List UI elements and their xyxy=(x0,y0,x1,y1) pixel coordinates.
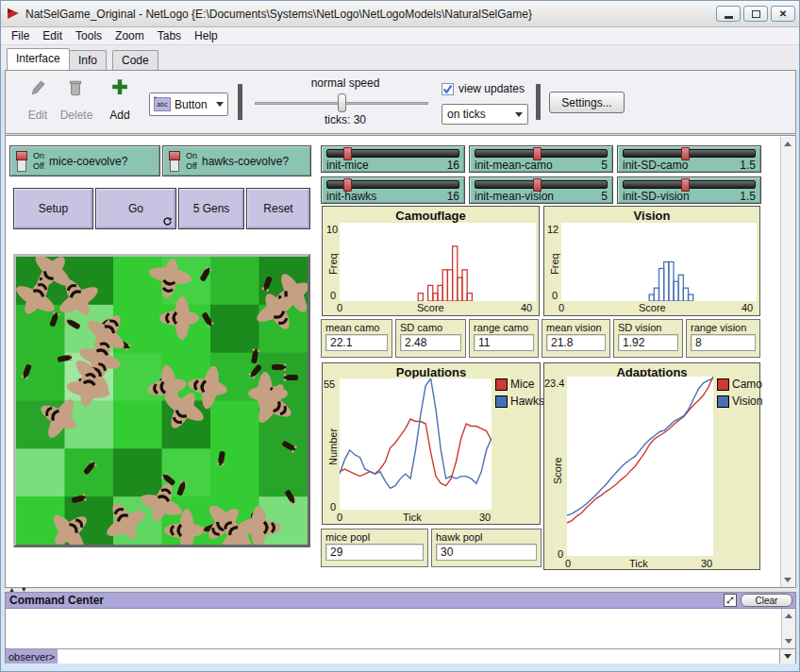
slider-track[interactable] xyxy=(326,149,459,158)
view-updates-checkbox[interactable] xyxy=(442,83,454,95)
y-tick-max: 23.4 xyxy=(544,378,564,389)
scroll-up-icon[interactable] xyxy=(782,609,795,623)
world-view[interactable] xyxy=(13,254,310,547)
x-tick-min: 0 xyxy=(337,512,342,523)
menu-help[interactable]: Help xyxy=(188,28,225,43)
command-input[interactable] xyxy=(58,649,779,664)
slider-track[interactable] xyxy=(326,180,459,189)
settings-button[interactable]: Settings... xyxy=(549,92,625,113)
slider-init-mean-camo[interactable]: init-mean-camo5 xyxy=(469,145,613,173)
view-updates-label: view updates xyxy=(458,82,534,95)
slider-value: 16 xyxy=(447,190,459,203)
slider-init-mice[interactable]: init-mice16 xyxy=(321,145,465,173)
interface-scrollbar[interactable] xyxy=(780,137,794,587)
menu-zoom[interactable]: Zoom xyxy=(108,28,151,43)
slider-label: init-mice xyxy=(326,159,369,172)
slider-track[interactable] xyxy=(475,180,608,189)
go-button[interactable]: Go xyxy=(95,188,176,229)
slider-track[interactable] xyxy=(623,149,756,158)
chevron-down-icon xyxy=(216,102,224,107)
speed-slider-label: normal speed xyxy=(270,76,421,90)
observer-prompt[interactable]: observer> xyxy=(6,649,58,664)
y-tick-min: 0 xyxy=(330,501,336,512)
y-tick-min: 0 xyxy=(552,290,558,301)
netlogo-logo-icon xyxy=(7,8,20,21)
monitor-mean-vision: mean vision21.8 xyxy=(542,319,610,358)
vision-legend-swatch xyxy=(717,395,729,408)
history-dropdown-button[interactable] xyxy=(779,649,795,664)
command-output[interactable] xyxy=(6,609,795,649)
slider-init-SD-camo[interactable]: init-SD-camo1.5 xyxy=(617,145,761,173)
switch-hawks-coevolve[interactable]: OnOff hawks-coevolve? xyxy=(162,145,311,176)
vision-histogram-canvas xyxy=(561,223,757,301)
switch-mice-coevolve[interactable]: OnOff mice-coevolve? xyxy=(9,145,160,176)
slider-label: init-mean-camo xyxy=(475,159,553,172)
title-bar: NatSelGame_Original - NetLogo {E:\Docume… xyxy=(1,1,800,27)
close-button[interactable]: ✕ xyxy=(771,6,795,22)
setup-button[interactable]: Setup xyxy=(13,188,93,229)
menu-tools[interactable]: Tools xyxy=(69,28,108,43)
expand-icon[interactable] xyxy=(724,594,737,607)
monitor-mice-popl: mice popl29 xyxy=(321,529,428,567)
restore-button[interactable] xyxy=(743,6,768,22)
slider-init-mean-vision[interactable]: init-mean-vision5 xyxy=(469,176,613,204)
slider-knob[interactable] xyxy=(343,178,352,192)
widget-type-dropdown[interactable]: abc Button xyxy=(149,92,228,116)
five-gens-button[interactable]: 5 Gens xyxy=(178,188,244,229)
adaptations-plot: Adaptations 23.4 0 Score 0 Tick 30 Camo … xyxy=(543,362,760,570)
edit-pencil-icon[interactable] xyxy=(28,79,45,98)
y-tick-min: 0 xyxy=(330,290,336,301)
y-axis-label: Number xyxy=(327,428,339,465)
window-title: NatSelGame_Original - NetLogo {E:\Docume… xyxy=(25,8,716,21)
scroll-down-icon[interactable] xyxy=(782,634,795,648)
edit-tool-label[interactable]: Edit xyxy=(19,109,57,122)
slider-knob[interactable] xyxy=(533,147,542,160)
toggle-handle[interactable] xyxy=(15,150,29,173)
command-center-header: Command Center Clear xyxy=(6,593,795,609)
y-tick-min: 0 xyxy=(558,548,563,560)
tab-code[interactable]: Code xyxy=(112,50,158,70)
plot-legend: Camo Vision xyxy=(717,378,762,408)
clear-button[interactable]: Clear xyxy=(741,594,792,607)
update-mode-dropdown[interactable]: on ticks xyxy=(442,104,528,125)
populations-line-canvas xyxy=(340,378,492,510)
tab-info[interactable]: Info xyxy=(69,50,107,70)
slider-value: 5 xyxy=(601,190,608,203)
add-tool-label[interactable]: Add xyxy=(104,109,136,122)
slider-knob[interactable] xyxy=(343,147,352,160)
slider-knob[interactable] xyxy=(681,147,690,160)
chevron-down-icon xyxy=(515,112,523,117)
menu-file[interactable]: File xyxy=(5,28,36,43)
speed-slider-thumb[interactable] xyxy=(338,93,346,112)
slider-track[interactable] xyxy=(475,149,608,158)
x-tick-max: 30 xyxy=(701,558,712,569)
widget-type-value: Button xyxy=(175,98,212,111)
vision-plot: Vision 12 0 Freq 0 Score 40 xyxy=(543,206,760,316)
scroll-up-icon[interactable] xyxy=(781,137,794,151)
monitor-mean-camo: mean camo22.1 xyxy=(321,319,392,358)
tab-interface[interactable]: Interface xyxy=(7,48,70,70)
slider-init-hawks[interactable]: init-hawks16 xyxy=(321,176,465,204)
netlogo-window: NatSelGame_Original - NetLogo {E:\Docume… xyxy=(0,0,800,672)
scroll-down-icon[interactable] xyxy=(781,573,794,587)
checkmark-icon xyxy=(442,84,453,94)
delete-tool-label[interactable]: Delete xyxy=(55,109,98,122)
command-center-title: Command Center xyxy=(9,594,104,607)
reset-button[interactable]: Reset xyxy=(246,188,310,229)
slider-knob[interactable] xyxy=(681,178,690,192)
minimize-button[interactable] xyxy=(716,6,741,22)
menu-edit[interactable]: Edit xyxy=(36,28,69,43)
menu-tabs[interactable]: Tabs xyxy=(151,28,188,43)
menu-bar: File Edit Tools Zoom Tabs Help xyxy=(1,27,800,45)
toggle-handle[interactable] xyxy=(168,150,182,173)
x-tick-max: 40 xyxy=(521,302,532,313)
slider-init-SD-vision[interactable]: init-SD-vision1.5 xyxy=(617,176,761,204)
slider-knob[interactable] xyxy=(533,178,542,192)
add-plus-icon[interactable] xyxy=(111,78,128,95)
chevron-down-icon xyxy=(784,654,792,659)
delete-trash-icon[interactable] xyxy=(68,78,83,97)
command-prompt-row: observer> xyxy=(6,649,795,664)
slider-track[interactable] xyxy=(623,180,756,189)
close-icon: ✕ xyxy=(779,8,787,19)
output-scrollbar[interactable] xyxy=(781,609,795,648)
